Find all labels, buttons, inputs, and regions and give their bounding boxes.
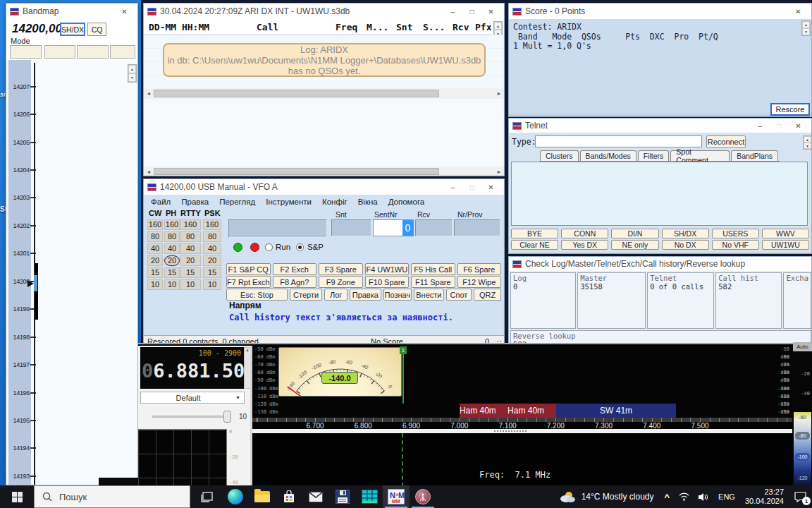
telnet-command-button[interactable]: No DX [662, 240, 709, 250]
telnet-command-button[interactable]: WWV [762, 229, 809, 238]
action-button[interactable]: Стерти [290, 289, 322, 301]
telnet-titlebar[interactable]: Telnet – □ ✕ [509, 119, 811, 133]
band-button[interactable]: 20 [203, 255, 221, 266]
band-button[interactable]: 10 [164, 279, 180, 290]
bandmap-mode-box[interactable] [77, 45, 109, 59]
log-hscrollbar[interactable]: ◄ ► [144, 88, 504, 99]
fkey-button[interactable]: F5 His Call [411, 263, 455, 275]
telnet-tab[interactable]: Spot Comment [670, 150, 730, 161]
telnet-command-button[interactable]: SH/DX [662, 229, 709, 238]
telnet-command-button[interactable]: NE only [611, 240, 658, 250]
rcv-input[interactable] [415, 219, 453, 236]
waterfall-display[interactable]: Freq: 7.1 MHz [252, 433, 792, 487]
check-panel[interactable]: Call hist 582 [715, 272, 782, 329]
sp-radio-label[interactable]: S&P [307, 243, 324, 251]
entry-titlebar[interactable]: 14200,00 USB Manual - VFO A – □ ✕ [144, 179, 504, 195]
minimize-icon[interactable]: – [751, 119, 770, 133]
telnet-command-button[interactable]: Clear NE [511, 240, 558, 250]
scrollbar-thumb[interactable] [154, 90, 439, 97]
log-titlebar[interactable]: 30.04.2024 20:27:09Z ARI DX INT - UW1WU.… [144, 4, 504, 19]
menu-item[interactable]: Правка [181, 198, 209, 206]
minimize-icon[interactable]: – [443, 180, 462, 194]
score-font-spinner[interactable]: ▲ ▼ [801, 20, 811, 36]
menu-item[interactable]: Допомога [388, 198, 425, 206]
notification-center-button[interactable]: 1 [788, 485, 812, 508]
sentnr-input[interactable]: 0 [373, 219, 414, 236]
sdr-frequency-panel[interactable]: 100 - 2900 06.881.500 [140, 347, 244, 389]
menu-item[interactable]: Вікна [358, 198, 378, 206]
action-button[interactable]: Познач [383, 289, 412, 301]
band-button[interactable]: 80 [164, 231, 180, 242]
weather-widget[interactable]: 14°C Mostly cloudy [553, 490, 660, 503]
band-button[interactable]: 80 [180, 231, 201, 242]
maximize-icon[interactable]: □ [462, 180, 481, 194]
spin-down-icon[interactable]: ▼ [128, 73, 136, 82]
band-button[interactable]: 15 [203, 267, 221, 278]
close-icon[interactable]: ✕ [789, 4, 808, 18]
score-titlebar[interactable]: Score - 0 Points ✕ [509, 4, 811, 19]
scrollbar-thumb[interactable] [154, 168, 439, 175]
action-button[interactable]: Спот [446, 289, 472, 301]
action-button[interactable]: Внести [414, 289, 444, 301]
fkey-button[interactable]: F3 Spare [319, 263, 363, 275]
profile-dropdown[interactable]: Default ▼ [140, 392, 245, 404]
reverse-lookup-panel[interactable]: Reverse lookup 582 [510, 330, 811, 344]
telnet-command-button[interactable]: CONN [561, 229, 608, 238]
band-button[interactable]: 80 [147, 231, 163, 242]
band-button[interactable]: 40 [147, 243, 163, 254]
fkey-button[interactable]: F12 Wipe [457, 276, 502, 288]
fkey-button[interactable]: F4 UW1WU [365, 263, 410, 275]
spin-down-icon[interactable]: ▼ [802, 28, 810, 35]
telnet-output-pane[interactable] [511, 162, 808, 226]
spin-up-icon[interactable]: ▲ [802, 21, 810, 28]
taskbar-search-box[interactable]: Пошук [34, 485, 190, 508]
fkey-button[interactable]: F6 Spare [457, 263, 502, 275]
telnet-tab[interactable]: Filters [638, 150, 670, 161]
close-icon[interactable]: ✕ [789, 119, 808, 133]
fkey-button[interactable]: F10 Spare [365, 276, 410, 288]
fkey-button[interactable]: F8 Agn? [273, 276, 317, 288]
band-button[interactable]: 15 [180, 267, 201, 278]
snt-input[interactable] [331, 219, 371, 236]
telnet-command-button[interactable]: DI/N [611, 229, 658, 238]
maximize-icon[interactable]: □ [462, 4, 481, 18]
fkey-button[interactable]: F7 Rpt Exch [226, 276, 271, 288]
telnet-command-button[interactable]: BYE [511, 229, 558, 238]
sdr-frequency-readout[interactable]: 6.881.500 [153, 360, 256, 382]
close-icon[interactable]: ✕ [115, 4, 134, 18]
band-button[interactable]: 15 [164, 267, 180, 278]
clock[interactable]: 23:27 30.04.2024 [741, 488, 788, 506]
bandmap-mode-box[interactable] [10, 45, 42, 59]
task-view-button[interactable] [193, 485, 220, 508]
run-radio-label[interactable]: Run [276, 243, 290, 251]
band-button[interactable]: 160 [147, 219, 163, 230]
telnet-font-spinner[interactable]: ▲ ▼ [803, 135, 812, 150]
spin-up-icon[interactable]: ▲ [804, 136, 811, 143]
band-button[interactable]: 160 [203, 219, 221, 230]
action-button[interactable]: Правка [350, 289, 381, 301]
band-button[interactable]: 160 [164, 219, 180, 230]
callsign-input[interactable] [228, 219, 327, 238]
action-button[interactable]: Esc: Stop [226, 289, 288, 301]
nrprov-input[interactable] [454, 219, 500, 236]
telnet-tab[interactable]: Clusters [540, 150, 579, 161]
start-button[interactable] [0, 485, 34, 508]
caret-up-icon[interactable]: ▲ [245, 348, 250, 352]
band-button[interactable]: 10 [180, 279, 201, 290]
tray-chevron-up[interactable]: ^ [660, 492, 675, 502]
file-explorer-button[interactable] [249, 485, 276, 508]
spin-up-icon[interactable]: ▲ [128, 65, 136, 73]
reconnect-button[interactable]: Reconnect [706, 135, 746, 148]
band-button[interactable]: 20 [164, 255, 180, 266]
bandmap-titlebar[interactable]: Bandmap ✕ [6, 4, 137, 19]
band-button[interactable]: 10 [203, 279, 221, 290]
scroll-left-icon[interactable]: ◄ [144, 169, 154, 174]
scroll-right-icon[interactable]: ► [494, 91, 504, 96]
spectrum-app-button[interactable] [356, 485, 383, 508]
spin-down-icon[interactable]: ▼ [804, 143, 811, 149]
band-button[interactable]: 40 [203, 243, 221, 254]
check-titlebar[interactable]: Check Log/Master/Telnet/Exch/Call histor… [509, 257, 811, 271]
close-icon[interactable]: ✕ [481, 180, 500, 194]
bandmap-zoom-spinner[interactable]: ▲ ▼ [128, 64, 137, 83]
spectrum-display[interactable]: -50 dBm-60 dBm-70 dBm-80 dBm-90 dBm-100 … [252, 346, 792, 433]
